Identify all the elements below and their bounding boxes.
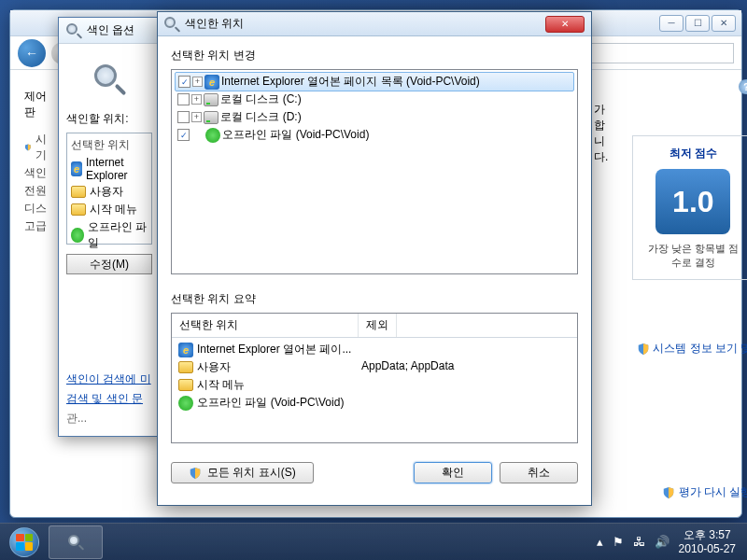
folder-icon [178,379,193,391]
indexed-locations-dialog: 색인한 위치 ✕ 선택한 위치 변경 ✓ + e Internet Explor… [157,11,592,506]
search-impact-link[interactable]: 색인이 검색에 미 [66,370,152,389]
related-label: 관... [66,409,152,428]
system-info-link[interactable]: 시스템 정보 보기 및 [637,341,747,357]
show-hidden-icon[interactable]: ▴ [597,535,603,549]
list-item[interactable]: 오프라인 파일 [71,218,148,252]
start-button[interactable] [4,525,45,559]
list-item[interactable]: eInternet Explorer [71,155,148,183]
show-all-button[interactable]: 모든 위치 표시(S) [171,462,314,483]
score-panel: 최저 점수 1.0 가장 낮은 항목별 점수로 결정 [632,135,747,280]
tree-item-drive-c[interactable]: + 로컬 디스크 (C:) [175,91,574,108]
summary-header: 선택한 위치 제외 [172,314,577,338]
back-button[interactable]: ← [18,39,46,67]
close-button[interactable]: ✕ [545,16,585,33]
sidebar-item[interactable]: 색인 [24,165,48,181]
bottom-links: 색인이 검색에 미 검색 및 색인 문 관... [66,370,152,428]
column-excluded[interactable]: 제외 [359,314,397,337]
drive-icon [204,111,218,124]
magnifier-icon [66,23,81,38]
indexed-locations-list[interactable]: 선택한 위치 eInternet Explorer 사용자 시작 메뉴 오프라인… [66,133,152,245]
offline-icon [205,128,220,143]
expand-icon[interactable]: + [191,94,202,105]
close-button[interactable]: ✕ [712,15,736,32]
ie-icon: e [204,75,219,90]
list-header: 선택한 위치 [71,137,148,155]
taskbar: ▴ ⚑ 🖧 🔊 오후 3:57 2010-05-27 [0,523,747,560]
offline-icon [178,396,193,411]
summary-table: 선택한 위치 제외 eInternet Explorer 열어본 페이... 사… [171,313,578,443]
summary-row[interactable]: 오프라인 파일 (Void-PC\Void) [175,394,574,412]
sidebar-heading: 제어판 [24,89,48,120]
time-text: 오후 3:57 [679,528,736,541]
checkbox[interactable]: ✓ [178,76,190,88]
folder-icon [178,361,193,373]
summary-label: 선택한 위치 요약 [171,291,578,307]
rerun-link[interactable]: 평가 다시 실행 [662,484,747,500]
minimize-button[interactable]: ─ [659,15,684,32]
maximize-button[interactable]: ☐ [685,15,710,32]
ie-icon: e [178,343,193,357]
tree-label: 로컬 디스크 (D:) [220,109,302,125]
sidebar-item[interactable]: 전원 [24,183,48,199]
list-item[interactable]: 사용자 [71,183,148,201]
ok-button[interactable]: 확인 [414,462,492,483]
summary-row[interactable]: eInternet Explorer 열어본 페이... [175,341,574,358]
volume-icon[interactable]: 🔊 [655,535,669,549]
drive-icon [204,93,218,106]
index-options-dialog: 색인 옵션 색인할 위치: 선택한 위치 eInternet Explorer … [58,17,161,437]
shield-icon [189,467,202,480]
taskbar-item-indexing[interactable] [49,525,103,559]
magnifier-icon [68,535,83,550]
sidebar-item[interactable]: 고급 [24,218,48,234]
folder-icon [71,203,86,216]
checkbox[interactable] [177,111,190,123]
score-caption: 가장 낮은 항목별 점수로 결정 [642,242,743,270]
summary-row[interactable]: 시작 메뉴 [175,376,574,394]
locations-tree[interactable]: ✓ + e Internet Explorer 열어본 페이지 목록 (Void… [171,69,578,274]
cancel-button[interactable]: 취소 [500,462,578,483]
ie-icon: e [71,161,82,176]
shield-icon [662,486,675,499]
offline-icon [71,228,84,243]
folder-icon [71,186,86,198]
expand-icon[interactable]: + [191,112,202,122]
list-item[interactable]: 시작 메뉴 [71,201,148,218]
tree-label: Internet Explorer 열어본 페이지 목록 (Void-PC\Vo… [221,74,480,90]
dialog-footer: 모든 위치 표시(S) 확인 취소 [158,462,591,497]
index-options-titlebar: 색인 옵션 [59,18,160,44]
index-locations-label: 색인할 위치: [66,111,152,127]
tree-label: 로컬 디스크 (C:) [220,91,302,107]
help-icon[interactable]: ? [739,79,747,94]
checkbox[interactable]: ✓ [177,129,190,141]
magnifier-icon [164,17,179,32]
sidebar-item[interactable]: 시기 [24,132,48,163]
expand-icon[interactable]: + [192,77,203,87]
change-locations-label: 선택한 위치 변경 [171,48,578,63]
dialog-title: 색인한 위치 [185,16,244,32]
modify-button[interactable]: 수정(M) [66,254,152,274]
left-sidebar: 제어판 시기 색인 전원 디스 고급 [10,70,52,517]
sidebar-item[interactable]: 디스 [24,201,48,217]
summary-row[interactable]: 사용자 AppData; AppData [175,358,574,376]
network-icon[interactable]: 🖧 [633,535,645,549]
shield-icon [637,343,650,356]
tree-item-offline[interactable]: ✓ 오프라인 파일 (Void-PC\Void) [175,126,574,144]
tree-item-ie[interactable]: ✓ + e Internet Explorer 열어본 페이지 목록 (Void… [175,72,574,91]
score-heading: 최저 점수 [642,146,743,161]
shield-icon [24,141,32,154]
flag-icon[interactable]: ⚑ [613,535,624,549]
clock[interactable]: 오후 3:57 2010-05-27 [679,528,736,555]
system-tray: ▴ ⚑ 🖧 🔊 오후 3:57 2010-05-27 [597,528,743,555]
tree-label: 오프라인 파일 (Void-PC\Void) [222,127,369,143]
score-value: 1.0 [655,169,730,234]
indexed-locations-titlebar[interactable]: 색인한 위치 ✕ [158,12,591,36]
windows-logo-icon [9,527,39,557]
date-text: 2010-05-27 [679,542,736,555]
magnifier-icon [89,59,130,100]
checkbox[interactable] [177,93,190,105]
dialog-title: 색인 옵션 [87,22,134,38]
column-selected[interactable]: 선택한 위치 [172,314,359,337]
tree-item-drive-d[interactable]: + 로컬 디스크 (D:) [175,108,574,126]
search-index-link[interactable]: 검색 및 색인 문 [66,389,152,409]
